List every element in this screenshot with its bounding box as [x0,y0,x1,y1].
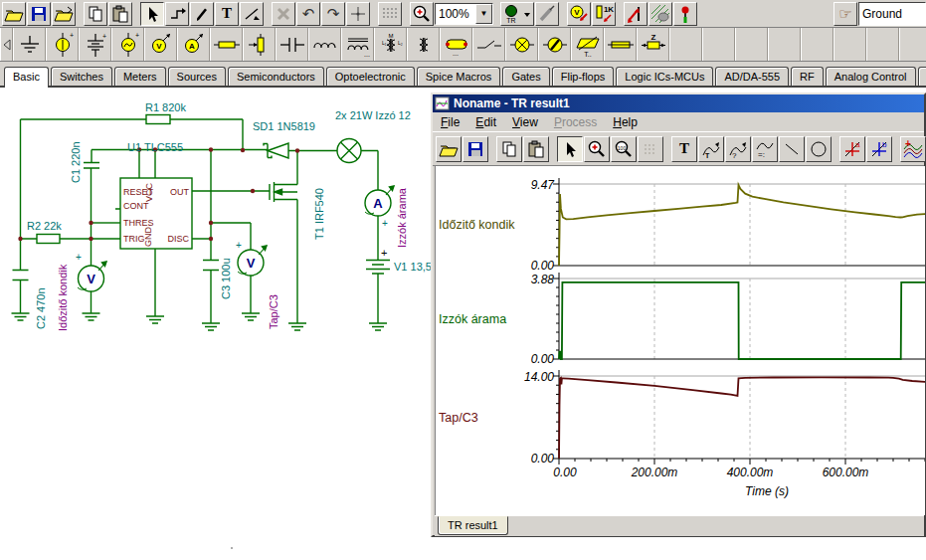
pin-arrow-icon[interactable] [624,2,648,26]
tab-analog-control[interactable]: Analog Control [826,67,916,86]
tab-special[interactable]: Special [918,67,926,86]
tab-sources[interactable]: Sources [168,67,226,86]
iron-core-inductor-icon[interactable]: ... [341,28,374,61]
tab-semiconductors[interactable]: Semiconductors [228,67,324,86]
add-curves-icon[interactable]: + [900,136,926,162]
zoom-level-combo[interactable]: 100% ▼ [435,3,493,25]
tab-spice-macros[interactable]: Spice Macros [417,67,501,86]
tab-tr-result1[interactable]: TR result1 [438,516,508,535]
generator-icon[interactable]: + [111,28,144,61]
pointer-icon[interactable] [557,136,583,162]
paste-icon[interactable] [523,136,549,162]
battery-icon[interactable]: + [79,28,111,61]
label-lamp: 2x 21W Izzó 12 [335,109,411,121]
svg-text:Időzitő kondik: Időzitő kondik [439,218,515,232]
pencil-icon[interactable] [190,2,214,26]
label-c1: C1 220n [70,141,82,183]
pointer-icon[interactable] [140,2,164,26]
ellipse-tool-icon[interactable] [806,136,832,162]
voltmeter-icon[interactable]: V [144,28,177,61]
cursor-a-icon[interactable]: a [839,136,865,162]
impedance-icon[interactable]: Z [637,28,669,61]
tab-meters[interactable]: Meters [114,67,166,86]
voltage-source-icon[interactable]: + [46,28,79,61]
potentiometer-icon[interactable] [243,28,276,61]
paste-icon[interactable] [108,2,132,26]
copy-icon[interactable] [496,136,522,162]
tab-gates[interactable]: Gates [502,67,549,86]
curve-query-icon[interactable]: ? [725,136,751,162]
open-folder-icon[interactable] [2,2,26,26]
curve-format-icon[interactable]: T [698,136,724,162]
regulator-icon[interactable]: T.. [571,28,604,61]
switch-icon[interactable] [472,28,505,61]
capacitor-icon[interactable] [276,28,308,61]
menu-view[interactable]: View [504,113,546,131]
lamp-icon[interactable] [505,28,538,61]
edit-line-icon[interactable] [240,2,264,26]
line-tool-icon[interactable] [779,136,805,162]
open-folder-icon[interactable] [436,136,462,162]
main-toolbar: T ↶ ↷ 100% ▼ TR V 1K ☞ [0,0,926,28]
zoom-dropdown-icon[interactable]: ▼ [475,4,492,24]
cursor-b-icon[interactable]: b [866,136,892,162]
zoom-icon[interactable] [410,2,434,26]
svg-text:200.00m: 200.00m [631,466,678,479]
menu-help[interactable]: Help [605,113,646,131]
tab-rf[interactable]: RF [791,67,824,86]
resistor-icon[interactable] [210,28,243,61]
svg-text:+: + [102,33,106,40]
menu-edit[interactable]: Edit [467,113,504,131]
relay-icon[interactable]: ... [440,28,472,61]
zoom-100-icon[interactable]: 100 [611,136,637,162]
scroll-left-icon[interactable] [0,28,13,61]
tr-result-window[interactable]: Noname - TR result1 File Edit View Proce… [431,93,926,537]
tr-window-titlebar[interactable]: Noname - TR result1 [433,94,924,112]
fuse-icon[interactable] [604,28,637,61]
select-hand-icon[interactable]: ☞ [833,2,857,26]
svg-text:T..: T.. [584,51,591,58]
tr-analysis-icon[interactable]: TR [500,2,534,26]
voltmeter-tool-icon[interactable]: V [567,2,591,26]
empty-cell [735,28,768,61]
grid-icon[interactable] [638,136,663,162]
menu-process[interactable]: Process [546,113,605,131]
motor-icon[interactable] [538,28,571,61]
text-icon[interactable]: T [671,136,697,162]
delete-icon[interactable] [272,2,295,26]
tab-switches[interactable]: Switches [51,67,112,86]
tab-ad-da-555[interactable]: AD/DA-555 [715,67,789,86]
tab-logic-ics-mcus[interactable]: Logic ICs-MCUs [616,67,713,86]
transformer2-icon[interactable] [407,28,440,61]
tab-basic[interactable]: Basic [4,67,49,88]
ground-icon[interactable] [13,28,46,61]
redo-icon[interactable]: ↷ [321,2,345,26]
probe-icon[interactable] [535,2,559,26]
label-v1: V1 13,5 [394,261,432,273]
tab-flip-flops[interactable]: Flip-flops [552,67,615,86]
transformer-icon[interactable]: ML₁L₂ [374,28,407,61]
inductor-icon[interactable] [308,28,341,61]
svg-text:b: b [882,140,887,149]
text-icon[interactable]: T [215,2,239,26]
save-icon[interactable] [463,136,488,162]
ammeter-icon[interactable]: A [177,28,210,61]
copy-icon[interactable] [84,2,107,26]
resistor-1k-tool-icon[interactable]: 1K [592,2,616,26]
svg-text:0.00: 0.00 [553,466,577,479]
hatch-pin-icon[interactable] [648,2,672,26]
wire-icon[interactable] [165,2,189,26]
curve-legend-icon[interactable]: =: [752,136,778,162]
grid-icon[interactable] [378,2,402,26]
import-folder-icon[interactable] [52,2,76,26]
tab-optoelectronic[interactable]: Optoelectronic [326,67,415,86]
move-cross-icon[interactable] [346,2,370,26]
undo-icon[interactable]: ↶ [296,2,320,26]
tr-plot-area[interactable]: 9.470.00Időzitő kondik3.880.00Izzók áram… [435,166,925,515]
signal-pin-icon[interactable] [673,2,697,26]
label-meter-timer: Időzitő kondik [57,264,69,331]
component-name-field[interactable] [858,2,926,26]
menu-file[interactable]: File [433,113,467,131]
zoom-in-icon[interactable] [584,136,610,162]
save-icon[interactable] [27,2,51,26]
